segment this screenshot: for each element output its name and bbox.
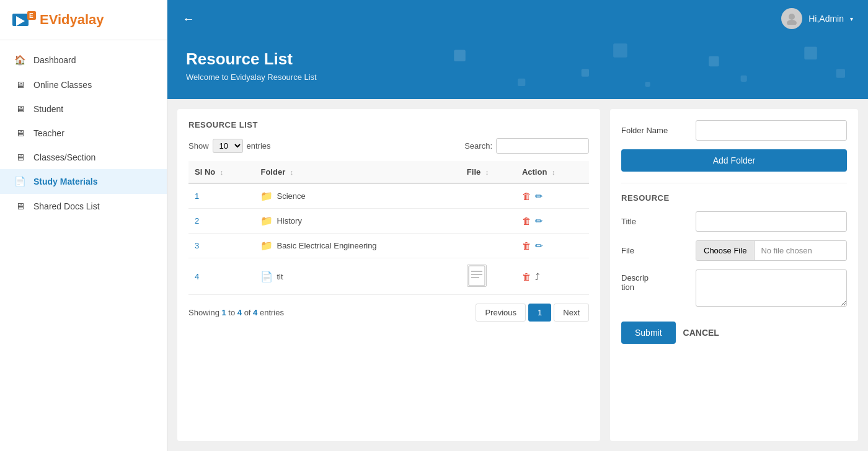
- title-input[interactable]: [696, 211, 847, 232]
- topbar: ← Hi,Admin ▾: [167, 0, 868, 37]
- table-row: 3 📁 Basic Electrical Engineering 🗑 ✏: [188, 234, 589, 258]
- sidebar-nav: 🏠 Dashboard 🖥 Online Classes 🖥 Student 🖥…: [0, 40, 167, 226]
- sidebar-item-study-materials[interactable]: 📄 Study Materials: [0, 169, 167, 194]
- folder-icon: 📁: [260, 240, 273, 252]
- title-row: Title: [621, 211, 847, 232]
- sidebar-item-label: Shared Docs List: [33, 201, 100, 211]
- entries-select[interactable]: 10 25 50: [213, 139, 243, 153]
- delete-icon[interactable]: 🗑: [522, 271, 531, 282]
- file-cell: [461, 209, 516, 234]
- description-input[interactable]: [696, 269, 847, 307]
- description-label: Description: [621, 269, 689, 292]
- folder-name-input[interactable]: [696, 120, 847, 141]
- no-file-text: No file chosen: [755, 246, 818, 255]
- sidebar-item-label: Student: [33, 104, 63, 114]
- user-menu[interactable]: Hi,Admin ▾: [781, 8, 853, 29]
- resource-list-title: RESOURCE LIST: [188, 120, 589, 129]
- search-label: Search:: [464, 141, 492, 151]
- sidebar-item-label: Teacher: [33, 128, 64, 138]
- col-action: Action ↕: [516, 161, 589, 183]
- home-icon: 🏠: [14, 55, 26, 66]
- folder-name-text: Science: [277, 191, 305, 201]
- action-cell: 🗑 ⤴: [522, 271, 583, 282]
- share-icon[interactable]: ⤴: [535, 271, 540, 282]
- next-button[interactable]: Next: [554, 304, 589, 322]
- page-subtitle: Welcome to Evidyalay Resource List: [186, 72, 849, 82]
- svg-text:E: E: [29, 12, 33, 19]
- showing-info: Showing 1 to 4 of 4 entries: [188, 308, 284, 317]
- folder-icon: 📁: [260, 190, 273, 202]
- resource-section-title: RESOURCE: [621, 193, 847, 203]
- student-icon: 🖥: [14, 103, 26, 114]
- add-folder-button[interactable]: Add Folder: [621, 149, 847, 172]
- form-panel: Folder Name Add Folder RESOURCE Title Fi…: [610, 109, 858, 441]
- svg-rect-13: [645, 82, 650, 87]
- edit-icon[interactable]: ✏: [535, 191, 543, 202]
- logo-area: E EVidyalay: [0, 0, 167, 40]
- edit-icon[interactable]: ✏: [535, 240, 543, 252]
- svg-rect-15: [469, 266, 485, 286]
- action-cell: 🗑 ✏: [522, 191, 583, 202]
- sidebar-item-teacher[interactable]: 🖥 Teacher: [0, 121, 167, 145]
- sort-icon-action: ↕: [552, 169, 556, 176]
- delete-icon[interactable]: 🗑: [522, 191, 531, 201]
- file-doc-icon: [467, 265, 487, 287]
- document-svg: [468, 265, 485, 286]
- folder-name-label: Folder Name: [621, 126, 689, 135]
- divider: [621, 183, 847, 183]
- sidebar-item-classes-section[interactable]: 🖥 Classes/Section: [0, 145, 167, 169]
- submit-button[interactable]: Submit: [621, 322, 676, 344]
- folder-name-cell: 📁 Basic Electrical Engineering: [260, 240, 454, 252]
- main-area: ← Hi,Admin ▾ Resource List Welcome to Ev…: [167, 0, 868, 451]
- folder-name-cell: 📁 History: [260, 215, 454, 227]
- classes-icon: 🖥: [14, 152, 26, 162]
- folder-icon: 📁: [260, 215, 273, 227]
- sidebar-item-label: Classes/Section: [33, 152, 95, 162]
- page-1-button[interactable]: 1: [528, 304, 551, 322]
- sidebar-item-shared-docs-list[interactable]: 🖥 Shared Docs List: [0, 194, 167, 218]
- delete-icon[interactable]: 🗑: [522, 216, 531, 226]
- sidebar-item-online-classes[interactable]: 🖥 Online Classes: [0, 72, 167, 97]
- file-cell: [461, 234, 516, 258]
- folder-name-text: Basic Electrical Engineering: [277, 241, 376, 250]
- sidebar-item-student[interactable]: 🖥 Student: [0, 97, 167, 121]
- row-number: 2: [195, 216, 199, 226]
- folder-name-cell: 📁 Science: [260, 190, 454, 202]
- sidebar-item-label: Dashboard: [33, 55, 76, 65]
- file-label: File: [621, 246, 689, 255]
- table-row: 4 📄 tlt: [188, 258, 589, 295]
- show-entries-control: Show 10 25 50 entries: [188, 139, 271, 153]
- delete-icon[interactable]: 🗑: [522, 240, 531, 251]
- row-number: 4: [195, 272, 199, 281]
- sidebar-item-label: Study Materials: [33, 177, 97, 186]
- choose-file-button[interactable]: Choose File: [696, 241, 755, 260]
- logo-text: EVidyalay: [40, 12, 104, 28]
- table-row: 1 📁 Science 🗑 ✏: [188, 183, 589, 209]
- show-label: Show: [188, 141, 209, 151]
- back-button[interactable]: ←: [182, 12, 195, 26]
- row-number: 1: [195, 191, 199, 201]
- svg-point-5: [787, 20, 797, 25]
- sidebar-item-label: Online Classes: [33, 80, 92, 90]
- hero-banner: Resource List Welcome to Evidyalay Resou…: [167, 37, 868, 99]
- description-row: Description: [621, 269, 847, 307]
- col-folder: Folder ↕: [254, 161, 460, 183]
- page-title: Resource List: [186, 50, 849, 69]
- folder-name-text: tlt: [277, 272, 283, 281]
- username-label: Hi,Admin: [808, 14, 844, 24]
- file-cell: [461, 183, 516, 209]
- sidebar-item-dashboard[interactable]: 🏠 Dashboard: [0, 48, 167, 72]
- logo-icon: E: [12, 11, 36, 28]
- action-cell: 🗑 ✏: [522, 216, 583, 227]
- edit-icon[interactable]: ✏: [535, 216, 543, 227]
- svg-point-4: [789, 14, 795, 20]
- previous-button[interactable]: Previous: [476, 304, 526, 322]
- content-area: RESOURCE LIST Show 10 25 50 entries Sear…: [167, 99, 868, 451]
- search-input[interactable]: [496, 138, 589, 154]
- shared-docs-icon: 🖥: [14, 201, 26, 211]
- sort-icon-sl: ↕: [220, 169, 224, 176]
- cancel-button[interactable]: CANCEL: [683, 328, 719, 338]
- col-sl-no: Sl No ↕: [188, 161, 254, 183]
- file-icon: 📄: [260, 271, 273, 282]
- resource-table: Sl No ↕ Folder ↕ File ↕ Action: [188, 161, 589, 295]
